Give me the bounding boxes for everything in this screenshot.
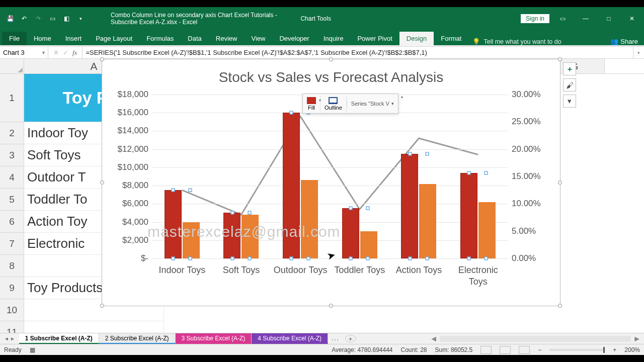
resize-handle[interactable] xyxy=(100,180,104,185)
sheet-tab-3[interactable]: 3 Subscribe Excel (A-Z) xyxy=(176,333,252,344)
rowhdr-10[interactable]: 10 xyxy=(0,299,24,321)
name-box[interactable]: Chart 3 ▼ xyxy=(0,47,48,58)
bar-sales[interactable] xyxy=(419,184,436,259)
sheet-tab-2[interactable]: 2 Subscribe Excel (A-Z) xyxy=(99,333,176,344)
rowhdr-9[interactable]: 9 xyxy=(0,277,24,299)
rowhdr-8[interactable]: 8 xyxy=(0,255,24,277)
enter-formula-icon[interactable]: ✓ xyxy=(63,49,68,56)
redo-icon[interactable]: ↷ xyxy=(32,13,44,25)
sheet-tab-1[interactable]: 1 Subscribe Excel (A-Z) xyxy=(19,333,99,344)
chart-elements-button[interactable]: ＋ xyxy=(563,62,576,75)
zoom-level[interactable]: 200% xyxy=(624,346,640,353)
tab-home[interactable]: Home xyxy=(27,32,58,45)
chart-title[interactable]: Stock vs Sales vs Forecast Analysis xyxy=(102,59,560,88)
resize-handle[interactable] xyxy=(558,180,562,185)
outline-button[interactable]: ▾ Outline xyxy=(320,96,347,112)
namebox-dropdown-icon[interactable]: ▼ xyxy=(41,50,46,55)
tab-data[interactable]: Data xyxy=(181,32,208,45)
chart-styles-button[interactable]: 🖌 xyxy=(563,78,576,92)
tab-powerpivot[interactable]: Power Pivot xyxy=(350,32,399,45)
tab-view[interactable]: View xyxy=(244,32,272,45)
sheet-tab-4[interactable]: 4 Subscribe Excel (A-Z) xyxy=(252,333,328,344)
plot-area[interactable] xyxy=(152,95,508,258)
rowhdr-7[interactable]: 7 xyxy=(0,233,24,255)
rowhdr-11[interactable]: 11 xyxy=(0,321,24,333)
select-all-button[interactable] xyxy=(0,59,24,73)
resize-handle[interactable] xyxy=(558,57,562,61)
ribbon-options-icon[interactable]: ▭ xyxy=(552,12,573,26)
signin-button[interactable]: Sign in xyxy=(521,14,549,23)
bar-sales[interactable] xyxy=(478,202,496,258)
series-selector[interactable]: Series "Stock V ▾ xyxy=(347,101,398,107)
rowhdr-2[interactable]: 2 xyxy=(0,122,24,144)
view-normal-icon[interactable] xyxy=(480,346,492,354)
quickaccess2-icon[interactable]: ◧ xyxy=(60,13,72,25)
hscrollbar[interactable] xyxy=(440,336,631,342)
rowhdr-6[interactable]: 6 xyxy=(0,211,24,233)
zoom-slider[interactable] xyxy=(549,349,605,351)
bar-stock[interactable] xyxy=(283,113,300,258)
qat-dropdown-icon[interactable]: ▾ xyxy=(74,13,87,25)
rowhdr-3[interactable]: 3 xyxy=(0,144,24,166)
title-bar: 💾 ↶ ↷ ▭ ◧ ▾ Combo Column Line on seconda… xyxy=(0,7,644,30)
resize-handle[interactable] xyxy=(329,57,333,61)
more-tabs-icon[interactable]: … xyxy=(328,333,342,344)
tab-format[interactable]: Format xyxy=(434,32,468,45)
resize-handle[interactable] xyxy=(329,304,333,308)
y-axis-primary[interactable]: $-$2,000$4,000$6,000$8,000$10,000$12,000… xyxy=(108,95,150,258)
bar-sales[interactable] xyxy=(360,231,377,258)
cell-A11[interactable] xyxy=(24,321,164,333)
formula-input[interactable]: =SERIES('1 Subscribe Excel (A-Z)'!$B$1,'… xyxy=(83,47,633,58)
tab-design[interactable]: Design xyxy=(399,32,434,45)
rowhdr-1[interactable]: 1 xyxy=(0,74,24,122)
close-icon[interactable]: ✕ xyxy=(622,12,642,26)
tab-file[interactable]: File xyxy=(2,32,27,45)
view-pagelayout-icon[interactable] xyxy=(500,346,511,354)
resize-handle[interactable] xyxy=(100,57,104,61)
new-sheet-button[interactable]: ＋ xyxy=(345,335,356,342)
hscroll-left-icon[interactable]: ◄ xyxy=(430,334,438,343)
y-axis-secondary[interactable]: 0.00%5.00%10.00%15.00%20.00%25.00%30.00% xyxy=(510,95,555,258)
save-icon[interactable]: 💾 xyxy=(4,13,16,25)
maximize-icon[interactable]: □ xyxy=(599,12,619,26)
quickaccess-icon[interactable]: ▭ xyxy=(46,13,58,25)
tellme-search[interactable]: 💡 Tell me what you want to do xyxy=(468,38,565,45)
rowhdr-5[interactable]: 5 xyxy=(0,189,24,211)
tab-developer[interactable]: Developer xyxy=(272,32,316,45)
view-pagebreak-icon[interactable] xyxy=(519,346,530,354)
undo-icon[interactable]: ↶ xyxy=(18,13,30,25)
fill-button[interactable]: ▾ Fill xyxy=(303,96,320,112)
x-axis[interactable]: Indoor ToysSoft ToysOutdoor ToysToddler … xyxy=(152,261,508,300)
bar-stock[interactable] xyxy=(460,173,477,258)
bar-stock[interactable] xyxy=(223,213,240,258)
tab-nav-last-icon[interactable]: ► xyxy=(10,336,15,341)
status-ready: Ready xyxy=(4,346,22,353)
tab-review[interactable]: Review xyxy=(209,32,245,45)
chart-filter-button[interactable]: ▾ xyxy=(563,95,576,108)
fx-icon[interactable]: fx xyxy=(72,49,77,57)
bar-sales[interactable] xyxy=(183,222,200,258)
hscroll-right-icon[interactable]: ► xyxy=(633,334,641,343)
macro-record-icon[interactable]: ▦ xyxy=(30,346,35,353)
rowhdr-4[interactable]: 4 xyxy=(0,166,24,189)
resize-handle[interactable] xyxy=(100,304,104,308)
resize-handle[interactable] xyxy=(558,304,562,308)
tab-insert[interactable]: Insert xyxy=(58,32,89,45)
share-button[interactable]: 👥 Share xyxy=(604,38,644,45)
zoom-in-icon[interactable]: + xyxy=(613,346,616,353)
minimize-icon[interactable]: — xyxy=(576,12,596,26)
bar-sales[interactable] xyxy=(242,215,259,258)
bar-stock[interactable] xyxy=(342,208,359,258)
bar-stock[interactable] xyxy=(165,190,182,258)
chevron-down-icon: ▾ xyxy=(391,101,394,106)
cancel-formula-icon[interactable]: ✕ xyxy=(53,49,59,56)
bar-stock[interactable] xyxy=(401,154,418,258)
tab-pagelayout[interactable]: Page Layout xyxy=(89,32,139,45)
formula-expand-icon[interactable]: ▾ xyxy=(633,47,644,58)
tab-formulas[interactable]: Formulas xyxy=(139,32,181,45)
zoom-out-icon[interactable]: − xyxy=(538,346,541,353)
bar-sales[interactable] xyxy=(301,180,318,258)
tab-nav-first-icon[interactable]: ◄ xyxy=(4,336,9,341)
tab-inquire[interactable]: Inquire xyxy=(316,32,351,45)
mini-format-toolbar[interactable]: ▾ Fill ▾ Outline Series "Stock V ▾ xyxy=(302,94,398,114)
